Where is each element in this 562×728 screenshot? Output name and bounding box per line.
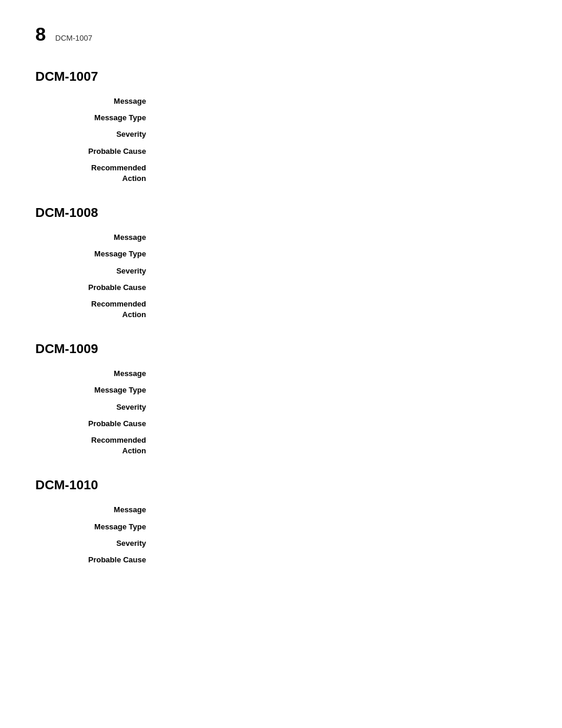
field-value <box>153 299 527 320</box>
field-value <box>153 402 527 413</box>
field-row-dcm-1009-message-type: Message Type <box>35 385 527 396</box>
field-label: Probable Cause <box>47 555 153 565</box>
field-label: Message <box>47 96 153 107</box>
field-row-dcm-1007-severity: Severity <box>35 129 527 140</box>
field-row-dcm-1007-recommended-action: RecommendedAction <box>35 163 527 184</box>
field-row-dcm-1008-probable-cause: Probable Cause <box>35 282 527 293</box>
field-row-dcm-1009-recommended-action: RecommendedAction <box>35 435 527 456</box>
section-dcm-1007: DCM-1007MessageMessage TypeSeverityProba… <box>35 69 527 184</box>
field-value <box>153 555 527 565</box>
section-dcm-1010: DCM-1010MessageMessage TypeSeverityProba… <box>35 477 527 565</box>
page-doc-id: DCM-1007 <box>55 34 92 42</box>
field-label: RecommendedAction <box>47 435 153 456</box>
field-row-dcm-1009-message: Message <box>35 368 527 379</box>
page-header: 8 DCM-1007 <box>35 24 527 45</box>
field-value <box>153 505 527 515</box>
section-dcm-1008: DCM-1008MessageMessage TypeSeverityProba… <box>35 205 527 320</box>
field-label: Message <box>47 368 153 379</box>
field-value <box>153 522 527 532</box>
field-value <box>153 129 527 140</box>
field-value <box>153 146 527 157</box>
field-label: Message Type <box>47 113 153 123</box>
field-row-dcm-1009-severity: Severity <box>35 402 527 413</box>
field-label: Message <box>47 505 153 515</box>
field-value <box>153 435 527 456</box>
field-value <box>153 282 527 293</box>
field-label: Probable Cause <box>47 419 153 429</box>
field-value <box>153 232 527 243</box>
field-row-dcm-1007-message: Message <box>35 96 527 107</box>
field-label: Severity <box>47 402 153 413</box>
field-label: Severity <box>47 538 153 549</box>
field-row-dcm-1009-probable-cause: Probable Cause <box>35 419 527 429</box>
field-row-dcm-1007-probable-cause: Probable Cause <box>35 146 527 157</box>
section-title-dcm-1009: DCM-1009 <box>35 341 527 357</box>
field-value <box>153 163 527 184</box>
field-row-dcm-1008-message: Message <box>35 232 527 243</box>
field-value <box>153 113 527 123</box>
field-label: Probable Cause <box>47 146 153 157</box>
field-value <box>153 538 527 549</box>
field-value <box>153 249 527 259</box>
field-label: Message Type <box>47 522 153 532</box>
section-title-dcm-1007: DCM-1007 <box>35 69 527 84</box>
field-label: Message Type <box>47 385 153 396</box>
field-value <box>153 266 527 276</box>
field-value <box>153 96 527 107</box>
field-label: Severity <box>47 266 153 276</box>
field-value <box>153 385 527 396</box>
field-row-dcm-1010-severity: Severity <box>35 538 527 549</box>
field-value <box>153 368 527 379</box>
field-label: Severity <box>47 129 153 140</box>
field-label: RecommendedAction <box>47 163 153 184</box>
field-label: Probable Cause <box>47 282 153 293</box>
section-dcm-1009: DCM-1009MessageMessage TypeSeverityProba… <box>35 341 527 456</box>
field-label: Message <box>47 232 153 243</box>
field-row-dcm-1010-probable-cause: Probable Cause <box>35 555 527 565</box>
section-title-dcm-1008: DCM-1008 <box>35 205 527 220</box>
field-row-dcm-1007-message-type: Message Type <box>35 113 527 123</box>
field-value <box>153 419 527 429</box>
field-row-dcm-1010-message: Message <box>35 505 527 515</box>
page-number: 8 <box>35 24 46 45</box>
field-row-dcm-1010-message-type: Message Type <box>35 522 527 532</box>
field-row-dcm-1008-message-type: Message Type <box>35 249 527 259</box>
sections-container: DCM-1007MessageMessage TypeSeverityProba… <box>35 69 527 565</box>
field-label: RecommendedAction <box>47 299 153 320</box>
section-title-dcm-1010: DCM-1010 <box>35 477 527 493</box>
field-row-dcm-1008-recommended-action: RecommendedAction <box>35 299 527 320</box>
field-row-dcm-1008-severity: Severity <box>35 266 527 276</box>
field-label: Message Type <box>47 249 153 259</box>
